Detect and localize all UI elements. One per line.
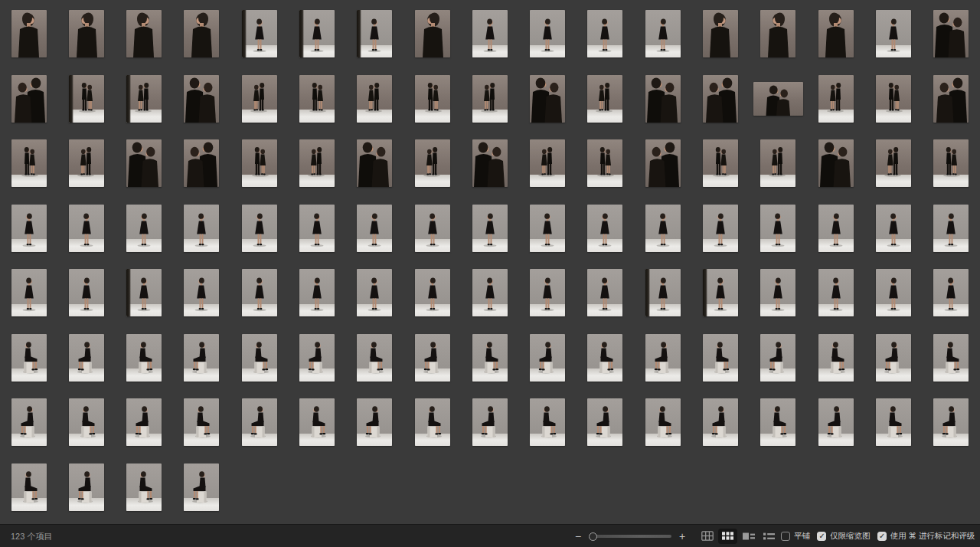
- photo-thumbnail[interactable]: [415, 10, 450, 57]
- photo-thumbnail[interactable]: [933, 269, 969, 316]
- photo-thumbnail[interactable]: [760, 10, 795, 57]
- cmd-rating-checkbox-group[interactable]: 使用 ⌘ 进行标记和评级: [877, 531, 975, 542]
- photo-thumbnail[interactable]: [645, 205, 681, 252]
- photo-thumbnail[interactable]: [69, 398, 104, 446]
- photo-thumbnail[interactable]: [242, 10, 277, 57]
- photo-thumbnail[interactable]: [472, 398, 508, 446]
- photo-thumbnail[interactable]: [357, 269, 392, 316]
- photo-thumbnail[interactable]: [587, 205, 622, 252]
- photo-thumbnail[interactable]: [933, 205, 969, 252]
- photo-thumbnail[interactable]: [184, 269, 219, 316]
- photo-thumbnail[interactable]: [645, 10, 681, 57]
- photo-thumbnail[interactable]: [126, 269, 162, 316]
- photo-thumbnail[interactable]: [69, 75, 104, 123]
- tile-checkbox-group[interactable]: 平铺: [781, 531, 810, 542]
- photo-thumbnail[interactable]: [760, 205, 795, 252]
- photo-thumbnail[interactable]: [11, 463, 47, 511]
- photo-thumbnail[interactable]: [299, 398, 335, 446]
- photo-thumbnail[interactable]: [472, 269, 508, 316]
- photo-thumbnail[interactable]: [299, 10, 335, 57]
- photo-thumbnail[interactable]: [69, 205, 104, 252]
- photo-thumbnail[interactable]: [242, 75, 277, 123]
- photo-thumbnail[interactable]: [530, 75, 565, 123]
- photo-thumbnail[interactable]: [933, 398, 969, 446]
- photo-thumbnail[interactable]: [703, 75, 738, 123]
- photo-thumbnail[interactable]: [587, 139, 622, 187]
- photo-thumbnail[interactable]: [184, 139, 219, 187]
- photo-thumbnail[interactable]: [357, 398, 392, 446]
- photo-thumbnail[interactable]: [126, 398, 162, 446]
- slider-track[interactable]: [595, 535, 671, 538]
- photo-thumbnail[interactable]: [184, 463, 219, 511]
- photo-thumbnail[interactable]: [184, 334, 219, 382]
- photo-thumbnail[interactable]: [818, 75, 854, 123]
- photo-thumbnail[interactable]: [587, 269, 622, 316]
- photo-thumbnail[interactable]: [530, 139, 565, 187]
- photo-thumbnail[interactable]: [760, 334, 795, 382]
- slider-knob[interactable]: [589, 532, 597, 541]
- thumbnails-only-checkbox[interactable]: [817, 532, 826, 541]
- photo-thumbnail[interactable]: [933, 75, 969, 123]
- photo-thumbnail[interactable]: [69, 463, 104, 511]
- photo-thumbnail[interactable]: [184, 205, 219, 252]
- photo-thumbnail[interactable]: [760, 269, 795, 316]
- photo-thumbnail[interactable]: [299, 139, 335, 187]
- photo-thumbnail[interactable]: [11, 269, 47, 316]
- photo-thumbnail[interactable]: [357, 75, 392, 123]
- zoom-out-button[interactable]: −: [571, 531, 585, 542]
- photo-thumbnail[interactable]: [126, 334, 162, 382]
- photo-thumbnail[interactable]: [587, 334, 622, 382]
- photo-thumbnail[interactable]: [415, 398, 450, 446]
- table-view-button[interactable]: [697, 529, 717, 544]
- photo-thumbnail[interactable]: [587, 10, 622, 57]
- photo-thumbnail[interactable]: [357, 10, 392, 57]
- photo-thumbnail[interactable]: [876, 334, 911, 382]
- photo-thumbnail[interactable]: [415, 205, 450, 252]
- photo-thumbnail[interactable]: [587, 75, 622, 123]
- photo-thumbnail[interactable]: [876, 139, 911, 187]
- photo-thumbnail[interactable]: [876, 269, 911, 316]
- photo-thumbnail[interactable]: [876, 10, 911, 57]
- photo-thumbnail[interactable]: [933, 334, 969, 382]
- photo-thumbnail[interactable]: [876, 75, 911, 123]
- photo-thumbnail[interactable]: [242, 269, 277, 316]
- photo-thumbnail[interactable]: [415, 139, 450, 187]
- photo-thumbnail[interactable]: [126, 10, 162, 57]
- photo-thumbnail[interactable]: [69, 10, 104, 57]
- photo-thumbnail[interactable]: [472, 205, 508, 252]
- grid-view-button[interactable]: [718, 529, 737, 544]
- photo-thumbnail[interactable]: [645, 398, 681, 446]
- photo-thumbnail[interactable]: [299, 269, 335, 316]
- photo-thumbnail[interactable]: [357, 205, 392, 252]
- photo-thumbnail[interactable]: [703, 139, 738, 187]
- photo-thumbnail[interactable]: [530, 398, 565, 446]
- photo-thumbnail[interactable]: [415, 334, 450, 382]
- photo-thumbnail[interactable]: [818, 398, 854, 446]
- photo-thumbnail[interactable]: [818, 269, 854, 316]
- photo-thumbnail[interactable]: [299, 205, 335, 252]
- zoom-in-button[interactable]: +: [675, 531, 689, 542]
- photo-thumbnail[interactable]: [11, 10, 47, 57]
- photo-thumbnail[interactable]: [126, 205, 162, 252]
- photo-thumbnail[interactable]: [818, 205, 854, 252]
- photo-thumbnail[interactable]: [11, 205, 47, 252]
- photo-thumbnail[interactable]: [753, 82, 803, 116]
- photo-thumbnail[interactable]: [703, 205, 738, 252]
- photo-thumbnail[interactable]: [415, 75, 450, 123]
- photo-thumbnail[interactable]: [530, 269, 565, 316]
- photo-thumbnail[interactable]: [530, 334, 565, 382]
- photo-thumbnail[interactable]: [645, 139, 681, 187]
- list-view-button[interactable]: [760, 529, 779, 544]
- photo-thumbnail[interactable]: [933, 139, 969, 187]
- photo-thumbnail[interactable]: [242, 334, 277, 382]
- photo-thumbnail[interactable]: [933, 10, 969, 57]
- photo-thumbnail[interactable]: [760, 398, 795, 446]
- photo-thumbnail[interactable]: [69, 334, 104, 382]
- photo-thumbnail[interactable]: [472, 75, 508, 123]
- photo-thumbnail[interactable]: [126, 463, 162, 511]
- photo-thumbnail[interactable]: [184, 10, 219, 57]
- photo-thumbnail[interactable]: [357, 139, 392, 187]
- gallery-view-button[interactable]: [739, 529, 758, 544]
- photo-thumbnail[interactable]: [472, 10, 508, 57]
- photo-thumbnail[interactable]: [299, 334, 335, 382]
